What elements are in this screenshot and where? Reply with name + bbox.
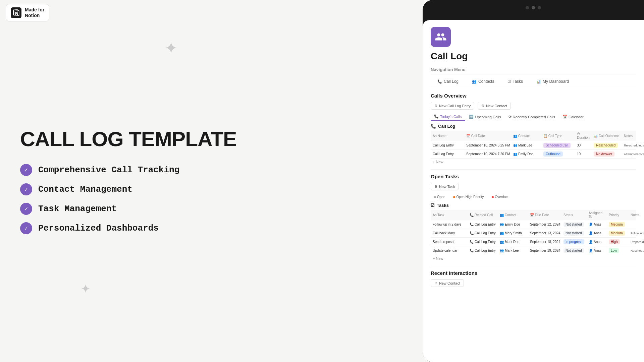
feature-item: Comprehensive Call Tracking	[20, 164, 245, 176]
badge-text: Made for Notion	[25, 7, 44, 18]
table-row: Update calendar 📞Call Log Entry 👥Mark Le…	[431, 246, 636, 255]
tasks-add-new[interactable]: + New	[431, 255, 636, 262]
calls-tab-0[interactable]: 📞Today's Calls	[431, 113, 465, 121]
camera-dot-2	[532, 6, 535, 9]
feature-check	[20, 183, 32, 195]
left-panel: Made for Notion ✦ CALL LOG TEMPLATE Comp…	[0, 0, 265, 362]
divider-2	[431, 266, 636, 266]
filter-overdue[interactable]: Overdue	[488, 194, 511, 200]
calls-table: As Name 📅 Call Date 👥 Contact 📋 Call Typ…	[431, 131, 636, 165]
notion-icon	[11, 7, 21, 18]
calls-table-head: As Name 📅 Call Date 👥 Contact 📋 Call Typ…	[431, 131, 636, 141]
new-call-log-button[interactable]: ⊕ New Call Log Entry	[431, 102, 474, 110]
calls-tabs-bar: 📞Today's Calls➡️Upcoming Calls⟳Recently …	[431, 113, 636, 121]
camera-bar	[526, 6, 541, 9]
notion-screen: Call Log Navigation Menu 📞Call Log👥Conta…	[423, 20, 644, 362]
feature-label: Task Management	[38, 204, 117, 214]
table-row: Call Log Entry September 10, 2024 5:25 P…	[431, 141, 636, 150]
tasks-table: As Task 📞 Related Call 👥 Contact 📅 Due D…	[431, 210, 636, 262]
right-panel: Call Log Navigation Menu 📞Call Log👥Conta…	[265, 0, 644, 362]
page-icon	[431, 27, 451, 47]
calls-tab-2[interactable]: ⟳Recently Completed Calls	[505, 113, 559, 121]
notion-page-title: Call Log	[431, 51, 636, 62]
page-title: CALL LOG TEMPLATE	[20, 128, 245, 150]
table-row: Send proposal 📞Call Log Entry 👥Mark Doe …	[431, 238, 636, 246]
calls-tab-1[interactable]: ➡️Upcoming Calls	[466, 113, 504, 121]
nav-item-call-log[interactable]: 📞Call Log	[431, 77, 465, 86]
divider-1	[431, 169, 636, 170]
filter-high-priority[interactable]: Open High Priority	[450, 194, 487, 200]
tasks-table-head: As Task 📞 Related Call 👥 Contact 📅 Due D…	[431, 210, 636, 220]
camera-dot-3	[538, 6, 541, 9]
new-task-button[interactable]: ⊕ New Task	[431, 183, 459, 190]
notion-badge: Made for Notion	[6, 4, 49, 21]
feature-check	[20, 164, 32, 176]
feature-label: Contact Management	[38, 184, 132, 194]
nav-item-my-dashboard[interactable]: 📊My Dashboard	[530, 77, 576, 86]
calls-tab-3[interactable]: 📅Calendar	[559, 113, 587, 121]
device-frame: Call Log Navigation Menu 📞Call Log👥Conta…	[423, 0, 644, 362]
camera-dot-1	[526, 6, 529, 9]
tasks-action-buttons: ⊕ New Task	[431, 183, 636, 190]
recent-action-buttons: ⊕ New Contact	[431, 279, 636, 287]
decorative-star-top: ✦	[164, 40, 178, 56]
calls-add-new[interactable]: + New	[431, 159, 636, 165]
table-row: Call Log Entry September 10, 2024 7:26 P…	[431, 150, 636, 159]
new-contact-recent-button[interactable]: ⊕ New Contact	[431, 279, 464, 287]
table-row: Call back Mary 📞Call Log Entry 👥Mary Smi…	[431, 229, 636, 238]
calls-overview-title: Calls Overview	[431, 93, 636, 99]
table-row: Follow up in 2 days 📞Call Log Entry 👥Emi…	[431, 220, 636, 229]
calls-action-buttons: ⊕ New Call Log Entry ⊕ New Contact	[431, 102, 636, 110]
calls-table-body: Call Log Entry September 10, 2024 5:25 P…	[431, 141, 636, 159]
recent-interactions-title: Recent Interactions	[431, 270, 636, 276]
nav-item-contacts[interactable]: 👥Contacts	[465, 77, 501, 86]
nav-item-tasks[interactable]: ☑Tasks	[501, 77, 530, 86]
feature-item: Task Management	[20, 203, 245, 215]
feature-item: Personalized Dashboards	[20, 222, 245, 234]
navigation-menu: 📞Call Log👥Contacts☑Tasks📊My Dashboard	[431, 77, 636, 86]
filter-open[interactable]: Open	[431, 194, 448, 200]
feature-check	[20, 203, 32, 215]
feature-check	[20, 222, 32, 234]
nav-section-header: Navigation Menu	[431, 67, 636, 74]
new-contact-button[interactable]: ⊕ New Contact	[478, 102, 511, 110]
open-tasks-title: Open Tasks	[431, 174, 636, 179]
feature-label: Personalized Dashboards	[38, 223, 159, 233]
tasks-db-header: ☑ Tasks	[431, 203, 636, 208]
tasks-table-body: Follow up in 2 days 📞Call Log Entry 👥Emi…	[431, 220, 636, 255]
tasks-filter-tabs: Open Open High Priority Overdue	[431, 194, 636, 200]
call-log-db-header: 📞 Call Log	[431, 124, 636, 129]
features-list: Comprehensive Call TrackingContact Manag…	[20, 164, 245, 234]
feature-label: Comprehensive Call Tracking	[38, 165, 179, 175]
feature-item: Contact Management	[20, 183, 245, 195]
decorative-star-bottom: ✦	[80, 283, 91, 295]
